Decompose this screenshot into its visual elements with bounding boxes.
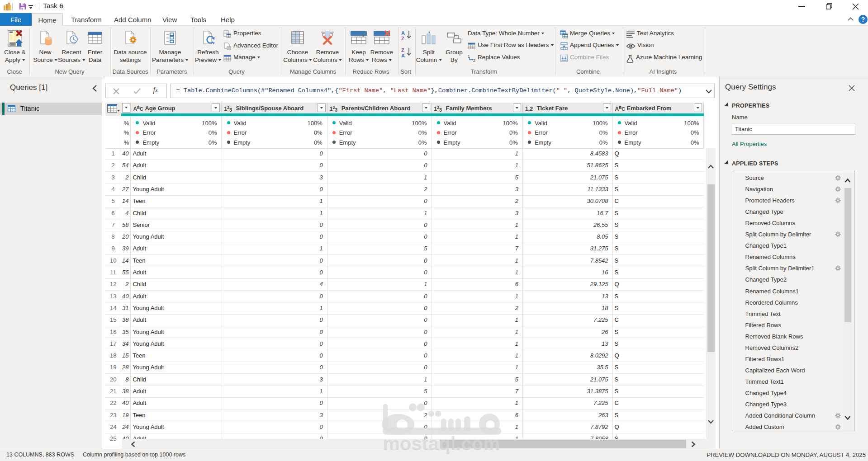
svg-text:mostaql.com: mostaql.com	[383, 433, 500, 454]
svg-text:2: 2	[473, 58, 475, 62]
svg-text:A: A	[401, 30, 405, 36]
svg-text:A: A	[401, 53, 405, 58]
svg-text:Z: Z	[401, 47, 404, 53]
svg-text:Z: Z	[401, 36, 404, 41]
